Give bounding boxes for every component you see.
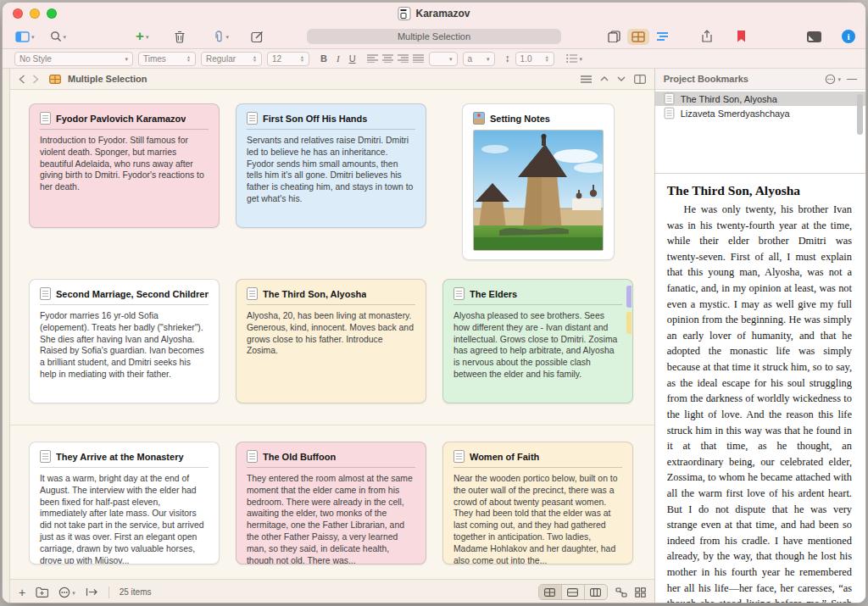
index-card-photo[interactable]: Setting Notes xyxy=(462,103,615,260)
close-button[interactable] xyxy=(13,8,23,19)
split-editor-button[interactable] xyxy=(634,75,646,84)
card-title: The Elders xyxy=(470,289,517,299)
send-to-editor-button[interactable] xyxy=(86,587,98,597)
line-height-icon: ↕ xyxy=(505,53,510,64)
columns-mode-button[interactable] xyxy=(585,585,607,599)
items-count: 25 items xyxy=(120,587,152,597)
binder-toggle-button[interactable]: ▾ xyxy=(13,30,37,44)
ellipsis-circle-icon xyxy=(825,74,836,85)
chevron-down-icon: ▾ xyxy=(125,56,128,63)
forward-button[interactable] xyxy=(32,75,39,84)
inspector-button[interactable]: i xyxy=(842,30,855,43)
bookmark-item[interactable]: Lizaveta Smerdyashchaya xyxy=(655,106,865,120)
card-body: Fyodor marries 16 yr-old Sofia (elopemen… xyxy=(40,310,209,381)
window-title-group: Karamazov xyxy=(398,7,470,20)
back-button[interactable] xyxy=(19,75,25,84)
card-title: Fyodor Pavlovich Karamazov xyxy=(56,114,186,124)
app-icon xyxy=(398,7,410,20)
index-card[interactable]: The Old Buffoon They entered the room al… xyxy=(236,442,426,564)
share-icon xyxy=(701,30,713,43)
zoom-button[interactable] xyxy=(47,8,57,19)
trash-icon xyxy=(174,31,186,43)
chevron-down-icon: ▾ xyxy=(837,76,841,83)
chevron-down-icon: ▾ xyxy=(225,34,229,41)
align-right-button[interactable] xyxy=(398,54,409,63)
index-card[interactable]: The Elders Alyosha pleased to see brothe… xyxy=(442,279,633,403)
align-left-button[interactable] xyxy=(367,54,378,63)
remove-bookmark-button[interactable]: — xyxy=(847,75,857,82)
grid-mode-button[interactable] xyxy=(539,585,562,599)
corkboard[interactable]: Fyodor Pavlovich Karamazov Introduction … xyxy=(10,90,654,579)
desktop: Karamazov ▾ ▾ + ▾ ▾ xyxy=(0,0,868,606)
bookmarks-button[interactable] xyxy=(737,31,746,42)
next-document-button[interactable] xyxy=(617,76,626,81)
inspect-attachments-button[interactable]: ▾ xyxy=(210,29,231,45)
bookmark-label: The Third Son, Alyosha xyxy=(681,94,777,104)
document-icon xyxy=(453,287,465,300)
document-icon xyxy=(40,287,51,300)
index-card[interactable]: The Third Son, Alyosha Alyosha, 20, has … xyxy=(236,279,426,403)
card-options-button[interactable]: ▾ xyxy=(58,587,75,598)
minimize-button[interactable] xyxy=(30,8,40,19)
align-center-button[interactable] xyxy=(382,54,393,63)
italic-button[interactable]: I xyxy=(334,53,342,64)
card-photo xyxy=(473,130,604,251)
compose-mode-button[interactable] xyxy=(807,31,821,42)
text-color-well[interactable]: ▾ xyxy=(429,52,458,66)
add-folder-button[interactable] xyxy=(36,587,48,598)
editor-menu-button[interactable] xyxy=(581,75,592,83)
index-card[interactable]: First Son Off His Hands Servants and rel… xyxy=(236,103,426,228)
section-divider xyxy=(10,425,654,425)
bookmark-item[interactable]: The Third Son, Alyosha xyxy=(655,92,865,106)
chevron-down-icon: ▾ xyxy=(146,34,149,41)
bookmark-icon xyxy=(737,31,746,42)
freeform-toggle-button[interactable] xyxy=(615,587,627,598)
font-size-select[interactable]: 12 ▲▼ xyxy=(267,52,309,66)
font-select[interactable]: Times ▲▼ xyxy=(138,52,196,66)
index-card[interactable]: Second Marriage, Second Children Fyodor … xyxy=(29,279,220,403)
selection-label: Multiple Selection xyxy=(398,31,470,42)
rows-mode-button[interactable] xyxy=(562,585,585,599)
index-card[interactable]: They Arrive at the Monastery It was a wa… xyxy=(29,442,220,564)
document-icon xyxy=(664,108,674,120)
underline-button[interactable]: U xyxy=(347,53,359,64)
compose-mode-icon xyxy=(807,31,821,42)
line-spacing-select[interactable]: 1.0 ▲▼ xyxy=(515,52,554,66)
title-bar: Karamazov xyxy=(3,3,865,25)
card-body: They entered the room almost at the same… xyxy=(247,473,415,564)
add-item-button[interactable]: + ▾ xyxy=(133,30,151,43)
size-value: 12 xyxy=(272,54,297,64)
card-title: Women of Faith xyxy=(470,452,539,462)
bookmarks-list: The Third Son, Alyosha Lizaveta Smerdyas… xyxy=(655,90,865,174)
bookmark-preview: The Third Son, Alyosha He was only twent… xyxy=(655,174,865,603)
editor-pane: Multiple Selection Fyodor Pavlovich Kara… xyxy=(10,69,654,603)
align-justify-button[interactable] xyxy=(413,54,424,63)
highlight-color-well[interactable]: a ▾ xyxy=(463,52,495,66)
document-icon xyxy=(247,112,258,125)
highlight-label: a xyxy=(468,54,483,64)
arrange-grid-button[interactable] xyxy=(635,587,646,598)
index-card[interactable]: Fyodor Pavlovich Karamazov Introduction … xyxy=(29,103,220,228)
bookmarks-panel-title: Project Bookmarks xyxy=(664,74,748,84)
line-spacing-value: 1.0 xyxy=(520,54,542,64)
scrollbar-thumb[interactable] xyxy=(857,94,863,135)
previous-document-button[interactable] xyxy=(600,76,609,81)
search-button[interactable]: ▾ xyxy=(47,29,70,44)
corkboard-view-button[interactable] xyxy=(627,29,649,45)
index-card[interactable]: Women of Faith Near the wooden portico b… xyxy=(442,442,633,564)
style-select[interactable]: No Style ▾ xyxy=(14,52,133,66)
chevron-down-icon: ▾ xyxy=(487,56,490,63)
add-document-button[interactable]: + xyxy=(19,588,25,597)
scrivenings-view-button[interactable] xyxy=(608,31,620,42)
card-body: Alyosha pleased to see brothers. Sees ho… xyxy=(453,310,622,381)
bookmarks-options-button[interactable]: ▾ xyxy=(825,74,841,85)
share-button[interactable] xyxy=(701,30,713,43)
bold-button[interactable]: B xyxy=(318,53,330,64)
trash-button[interactable] xyxy=(171,29,188,45)
font-value: Times xyxy=(143,54,183,64)
outline-view-button[interactable] xyxy=(656,31,669,42)
list-style-button[interactable]: ▾ xyxy=(566,54,583,63)
font-weight-select[interactable]: Regular ▲▼ xyxy=(201,52,262,66)
compose-button[interactable] xyxy=(248,29,267,45)
card-title: First Son Off His Hands xyxy=(263,114,367,124)
